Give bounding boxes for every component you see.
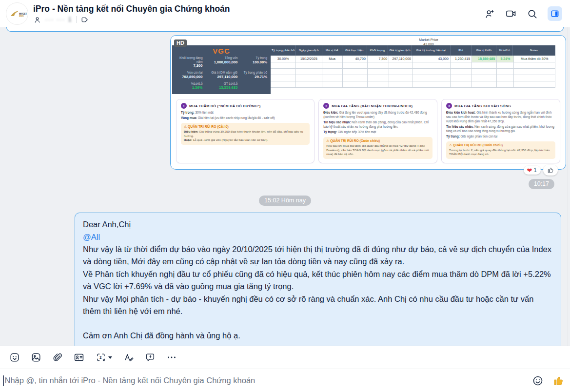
search-icon[interactable]	[527, 8, 538, 20]
strategy-title: MUA GIA TĂNG (XÁC NHẬN THROW-UNDER)	[332, 104, 413, 108]
image-message[interactable]: HD Market Price 43,000 VGC Khối lượng đa…	[170, 35, 566, 170]
chat-header: INVESTOR PRO iPro - Nền tảng kết nối Chu…	[0, 0, 570, 27]
ticker-symbol: VGC	[176, 47, 267, 55]
panel-field-label: Tổng vốn	[206, 56, 237, 60]
strategy-line: Tín hiệu xác nhận: Nến xanh sống, đóng c…	[446, 125, 555, 134]
message-paragraph: Như vậy là từ thời điểm dự báo vào ngày …	[83, 243, 553, 268]
like-reaction-button[interactable]	[543, 165, 558, 176]
image-message-row: HD Market Price 43,000 VGC Khối lượng đa…	[170, 35, 566, 189]
chat-window: INVESTOR PRO iPro - Nền tảng kết nối Chu…	[0, 0, 570, 392]
table-cell	[451, 69, 472, 75]
table-cell: 43,000	[413, 56, 451, 62]
risk-line: Hoặc: Lỗ quá -10% giá vốn (Nguyên tắc bả…	[184, 138, 307, 142]
emoji-icon[interactable]	[532, 375, 544, 387]
panel-field-label: GT Lời/Lỗ	[206, 82, 237, 86]
risk-box: ⚠ QUẢN TRỊ RỦI RO (Cuốn chiếu)Nếu sau kh…	[323, 137, 432, 159]
mention-all[interactable]: @All	[83, 231, 553, 243]
table-cell: Mua	[322, 56, 343, 62]
panel-field-label: Tỷ trọng phân bổ	[241, 71, 267, 75]
members-icon[interactable]	[33, 16, 41, 24]
panel-field-value: 7,300	[176, 63, 202, 68]
tag-icon[interactable]	[80, 16, 89, 24]
column-header: Tỷ trọng phân bổ	[271, 45, 296, 56]
table-cell	[271, 69, 296, 75]
text-message[interactable]: Dear Anh,Chị @All Như vậy là từ thời điể…	[75, 213, 561, 346]
table-cell	[514, 69, 555, 75]
attachment-icon[interactable]	[47, 349, 68, 366]
column-header: Giá trị lời/lỗ	[472, 45, 496, 56]
table-header-row: Tỷ trọng phân bổNgày giao dịchMở vị thếG…	[271, 45, 555, 56]
table-cell: 5.24%	[497, 56, 514, 62]
table-cell: 15,559,685	[472, 56, 497, 62]
group-avatar[interactable]: INVESTOR PRO	[6, 2, 28, 25]
strategy-line: Tỷ trọng: Giải ngân phần tiền còn lại	[446, 135, 555, 139]
strategy-card-header: 3MUA GIA TĂNG KHI VÀO SÓNG	[446, 103, 555, 109]
chat-area[interactable]: HD Market Price 43,000 VGC Khối lượng đa…	[0, 27, 570, 346]
strategy-card: 1MUA THĂM DÒ ("NÉM ĐÁ DÒ ĐƯỜNG")Tỷ trọng…	[176, 99, 314, 163]
strategy-line: Tỷ trọng: 30% tiền mặt	[181, 111, 310, 115]
table-cell	[343, 69, 368, 75]
table-cell	[413, 81, 451, 88]
member-count[interactable]: ··· ··· 1	[45, 16, 72, 23]
time-divider: 15:02 Hôm nay	[259, 196, 311, 206]
risk-line: Nếu sau khi mua gia tăng, giá quay đầu t…	[326, 144, 430, 157]
heart-icon: ❤	[527, 167, 532, 174]
table-cell	[472, 75, 497, 81]
previous-message-bubble	[6, 27, 564, 32]
screen-capture-icon[interactable]: z	[90, 349, 118, 366]
strategy-line: Tín hiệu xác nhận: Nến xanh thân dài (tă…	[323, 120, 432, 129]
message-input[interactable]	[5, 376, 527, 385]
strategy-line: Vùng mua: Giá hiện tại (ưu tiên canh nhị…	[181, 116, 310, 120]
table-cell: 7,300	[368, 56, 389, 62]
strategy-number-badge: 1	[181, 103, 187, 109]
panel-field: Tỷ trọng100.00%	[241, 56, 267, 68]
contact-card-icon[interactable]	[68, 349, 90, 366]
table-cell	[413, 69, 451, 75]
message-greeting: Dear Anh,Chị	[83, 218, 553, 231]
table-cell	[389, 69, 413, 75]
table-cell: 30.00%	[271, 56, 296, 62]
table-cell	[322, 81, 343, 88]
format-text-icon[interactable]	[118, 349, 139, 366]
table-cell	[296, 75, 322, 81]
risk-title: ⚠ QUẢN TRỊ RỦI RO (Cuốn chiếu)	[326, 139, 430, 143]
like-send-icon[interactable]	[552, 375, 564, 387]
column-header: Phí	[451, 45, 472, 56]
column-header: Notes	[513, 45, 555, 56]
table-cell: 1,230,415	[451, 56, 472, 62]
video-call-icon[interactable]	[505, 8, 517, 20]
panel-field-label: Giá trị DM nắm giữ	[206, 71, 237, 75]
heart-reaction-pill[interactable]: ❤ 1	[524, 166, 541, 175]
sidebar-toggle-icon[interactable]	[548, 6, 562, 21]
chat-title: iPro - Nền tảng kết nối Chuyên gia Chứng…	[33, 4, 230, 14]
chevron-down-icon[interactable]	[108, 356, 112, 359]
table-cell	[514, 75, 555, 81]
strategy-line: Điều kiện kích hoạt: Giá hình thành xu h…	[446, 111, 555, 124]
table-row-empty	[271, 81, 555, 88]
quick-message-icon[interactable]	[139, 349, 161, 366]
image-icon[interactable]	[25, 349, 47, 366]
message-paragraph: Như vậy Mọi phân tích - dự báo - khuyến …	[83, 293, 553, 318]
sticker-icon[interactable]	[4, 349, 25, 366]
strategy-number-badge: 3	[446, 103, 452, 109]
table-cell	[472, 69, 497, 75]
table-cell	[389, 75, 413, 81]
more-icon[interactable]	[161, 349, 182, 366]
add-member-icon[interactable]	[484, 8, 495, 20]
message-reactions: ❤ 1	[524, 165, 558, 176]
panel-field-label: Khối lượng đang nắm	[176, 56, 202, 63]
table-cell	[322, 62, 343, 69]
table-cell	[296, 81, 322, 88]
table-cell	[296, 62, 322, 69]
vgc-summary-panel: VGC Khối lượng đang nắm7,300Tổng vốn1,00…	[172, 45, 271, 94]
table-cell	[389, 81, 413, 88]
table-cell	[343, 81, 368, 88]
text-cursor	[3, 375, 4, 386]
strategy-number-badge: 2	[323, 103, 329, 109]
table-cell	[296, 69, 322, 75]
column-header: %Lời/Lỗ	[496, 45, 512, 56]
scrollbar-track[interactable]	[568, 27, 568, 346]
table-cell	[413, 62, 451, 69]
table-row-empty	[271, 69, 555, 75]
strategy-cards: 1MUA THĂM DÒ ("NÉM ĐÁ DÒ ĐƯỜNG")Tỷ trọng…	[172, 94, 564, 168]
